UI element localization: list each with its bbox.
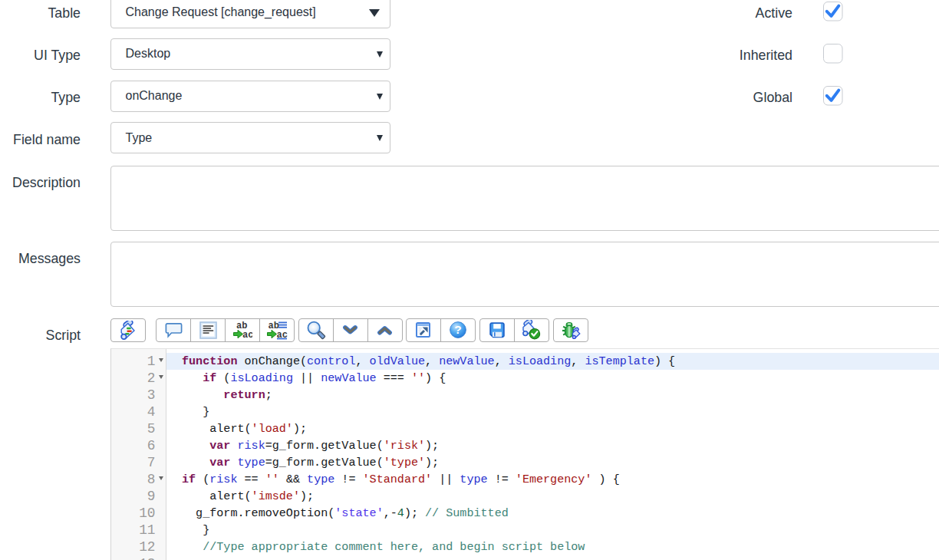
svg-text:ac: ac (242, 330, 252, 340)
svg-text:?: ? (454, 323, 461, 336)
